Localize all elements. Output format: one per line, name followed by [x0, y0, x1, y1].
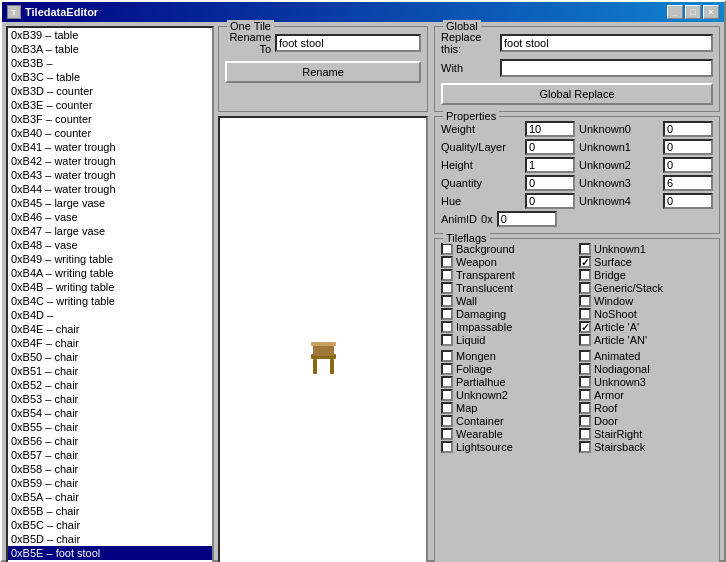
- list-item[interactable]: 0xB51 – chair: [8, 364, 212, 378]
- flag-label: Liquid: [456, 334, 485, 346]
- list-item[interactable]: 0xB40 – counter: [8, 126, 212, 140]
- height-input[interactable]: [525, 157, 575, 173]
- list-item[interactable]: 0xB5B – chair: [8, 504, 212, 518]
- flag-checkbox[interactable]: [441, 441, 453, 453]
- flag-checkbox[interactable]: [579, 334, 591, 346]
- flag-checkbox[interactable]: [441, 321, 453, 333]
- list-item[interactable]: 0xB57 – chair: [8, 448, 212, 462]
- quality-input[interactable]: [525, 139, 575, 155]
- flag-checkbox[interactable]: [441, 415, 453, 427]
- flag-checkbox[interactable]: [579, 428, 591, 440]
- list-item[interactable]: 0xB4C – writing table: [8, 294, 212, 308]
- rename-button[interactable]: Rename: [225, 61, 421, 83]
- list-item[interactable]: 0xB4B – writing table: [8, 280, 212, 294]
- flag-checkbox[interactable]: [441, 269, 453, 281]
- flag-checkbox[interactable]: [579, 415, 591, 427]
- item-list[interactable]: 0xB39 – table0xB3A – table0xB3B –0xB3C –…: [6, 26, 214, 562]
- list-item[interactable]: 0xB48 – vase: [8, 238, 212, 252]
- list-item[interactable]: 0xB3E – counter: [8, 98, 212, 112]
- list-item[interactable]: 0xB5D – chair: [8, 532, 212, 546]
- quantity-input[interactable]: [525, 175, 575, 191]
- flag-checkbox[interactable]: [441, 428, 453, 440]
- close-button[interactable]: ×: [703, 5, 719, 19]
- flag-checkbox[interactable]: [579, 402, 591, 414]
- global-title: Global: [443, 20, 481, 32]
- flag-checkbox[interactable]: [441, 308, 453, 320]
- list-item[interactable]: 0xB4F – chair: [8, 336, 212, 350]
- list-item[interactable]: 0xB49 – writing table: [8, 252, 212, 266]
- list-item[interactable]: 0xB54 – chair: [8, 406, 212, 420]
- list-item[interactable]: 0xB3F – counter: [8, 112, 212, 126]
- flag-label: Bridge: [594, 269, 626, 281]
- list-item[interactable]: 0xB5A – chair: [8, 490, 212, 504]
- list-item[interactable]: 0xB3A – table: [8, 42, 212, 56]
- global-replace-button[interactable]: Global Replace: [441, 83, 713, 105]
- list-item[interactable]: 0xB55 – chair: [8, 420, 212, 434]
- flag-checkbox[interactable]: [441, 376, 453, 388]
- properties-group: Properties Weight Unknown0 Quality/Layer…: [434, 116, 720, 234]
- list-item[interactable]: 0xB42 – water trough: [8, 154, 212, 168]
- list-item[interactable]: 0xB39 – table: [8, 28, 212, 42]
- list-item[interactable]: 0xB46 – vase: [8, 210, 212, 224]
- flag-checkbox[interactable]: [441, 334, 453, 346]
- list-item[interactable]: 0xB43 – water trough: [8, 168, 212, 182]
- flag-checkbox[interactable]: [579, 350, 591, 362]
- list-item[interactable]: 0xB53 – chair: [8, 392, 212, 406]
- with-input[interactable]: [500, 59, 713, 77]
- flag-checkbox[interactable]: [579, 282, 591, 294]
- flag-checkbox[interactable]: [579, 389, 591, 401]
- list-item[interactable]: 0xB5E – foot stool: [8, 546, 212, 560]
- flag-checkbox[interactable]: [441, 282, 453, 294]
- flag-label: Unknown3: [594, 376, 646, 388]
- flag-checkbox[interactable]: [579, 243, 591, 255]
- flag-item: Generic/Stack: [579, 282, 713, 294]
- weight-input[interactable]: [525, 121, 575, 137]
- list-item[interactable]: 0xB3C – table: [8, 70, 212, 84]
- flag-checkbox[interactable]: [579, 441, 591, 453]
- list-item[interactable]: 0xB59 – chair: [8, 476, 212, 490]
- flags-grid-2: MongenAnimatedFoliageNodiagonalPartialhu…: [441, 350, 713, 453]
- flag-checkbox[interactable]: [579, 376, 591, 388]
- rename-to-row: Rename To: [225, 31, 421, 55]
- unknown3-input[interactable]: [663, 175, 713, 191]
- unknown2-input[interactable]: [663, 157, 713, 173]
- list-item[interactable]: 0xB4E – chair: [8, 322, 212, 336]
- flag-checkbox[interactable]: [441, 295, 453, 307]
- flag-checkbox[interactable]: [579, 256, 591, 268]
- list-item[interactable]: 0xB4D –: [8, 308, 212, 322]
- list-item[interactable]: 0xB44 – water trough: [8, 182, 212, 196]
- unknown4-input[interactable]: [663, 193, 713, 209]
- list-item[interactable]: 0xB52 – chair: [8, 378, 212, 392]
- list-item[interactable]: 0xB4A – writing table: [8, 266, 212, 280]
- minimize-button[interactable]: _: [667, 5, 683, 19]
- unknown0-input[interactable]: [663, 121, 713, 137]
- flag-checkbox[interactable]: [441, 402, 453, 414]
- list-item[interactable]: 0xB3D – counter: [8, 84, 212, 98]
- flag-item: Partialhue: [441, 376, 575, 388]
- flag-checkbox[interactable]: [579, 295, 591, 307]
- list-item[interactable]: 0xB58 – chair: [8, 462, 212, 476]
- replace-this-input[interactable]: [500, 34, 713, 52]
- animid-hex: 0x: [481, 213, 493, 225]
- flag-checkbox[interactable]: [441, 243, 453, 255]
- flag-checkbox[interactable]: [441, 256, 453, 268]
- flag-checkbox[interactable]: [441, 363, 453, 375]
- list-item[interactable]: 0xB45 – large vase: [8, 196, 212, 210]
- list-item[interactable]: 0xB50 – chair: [8, 350, 212, 364]
- flag-checkbox[interactable]: [579, 269, 591, 281]
- unknown1-input[interactable]: [663, 139, 713, 155]
- flag-checkbox[interactable]: [441, 350, 453, 362]
- list-item[interactable]: 0xB3B –: [8, 56, 212, 70]
- flag-checkbox[interactable]: [579, 321, 591, 333]
- flag-checkbox[interactable]: [441, 389, 453, 401]
- flag-checkbox[interactable]: [579, 308, 591, 320]
- maximize-button[interactable]: □: [685, 5, 701, 19]
- rename-to-input[interactable]: [275, 34, 421, 52]
- list-item[interactable]: 0xB41 – water trough: [8, 140, 212, 154]
- animid-input[interactable]: [497, 211, 557, 227]
- list-item[interactable]: 0xB47 – large vase: [8, 224, 212, 238]
- list-item[interactable]: 0xB5C – chair: [8, 518, 212, 532]
- flag-checkbox[interactable]: [579, 363, 591, 375]
- list-item[interactable]: 0xB56 – chair: [8, 434, 212, 448]
- hue-input[interactable]: [525, 193, 575, 209]
